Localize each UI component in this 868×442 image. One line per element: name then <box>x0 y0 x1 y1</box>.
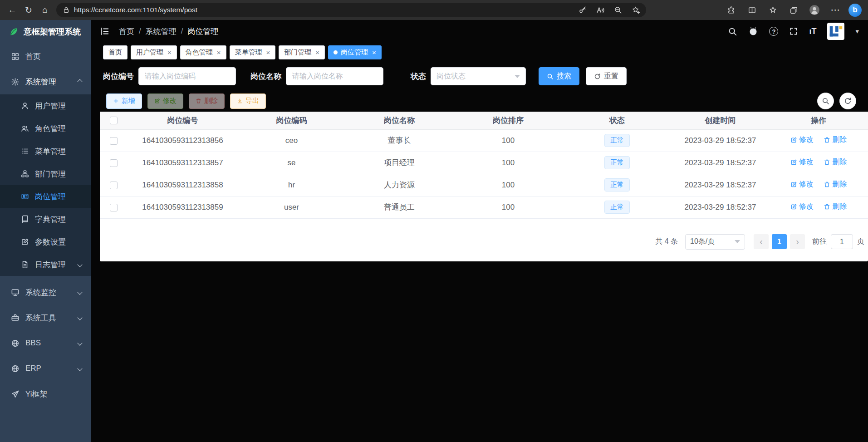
search-button[interactable]: 搜索 <box>539 67 579 85</box>
column-header-code[interactable]: 岗位编码 <box>238 112 345 129</box>
sidebar-item-yi-framework[interactable]: Yi框架 <box>0 381 91 407</box>
split-screen-icon[interactable] <box>744 2 760 18</box>
edit-link[interactable]: 修改 <box>790 202 814 211</box>
status-badge[interactable]: 正常 <box>604 156 630 169</box>
status-badge[interactable]: 正常 <box>604 178 630 192</box>
sidebar-item-erp[interactable]: ERP <box>0 356 91 381</box>
tab-menu[interactable]: 菜单管理 × <box>230 45 276 59</box>
column-header-id[interactable]: 岗位编号 <box>127 112 238 129</box>
sidebar-subitem-post[interactable]: 岗位管理 <box>0 185 91 208</box>
add-button[interactable]: 新增 <box>106 93 142 109</box>
delete-link[interactable]: 删除 <box>824 202 847 211</box>
caret-down-icon[interactable]: ▾ <box>855 27 859 35</box>
reset-button[interactable]: 重置 <box>586 67 627 85</box>
post-code-input[interactable] <box>138 67 236 85</box>
edit-link[interactable]: 修改 <box>790 180 814 189</box>
sidebar-subitem-dict[interactable]: 字典管理 <box>0 208 91 231</box>
read-aloud-icon[interactable] <box>593 4 607 16</box>
tab-user[interactable]: 用户管理 × <box>131 45 177 59</box>
sidebar-item-bbs[interactable]: BBS <box>0 330 91 356</box>
zoom-icon[interactable] <box>611 4 625 16</box>
home-button[interactable]: ⌂ <box>37 2 53 18</box>
next-page-button[interactable]: › <box>790 234 805 249</box>
github-icon[interactable] <box>748 26 758 36</box>
row-checkbox[interactable] <box>110 137 118 145</box>
row-checkbox[interactable] <box>110 204 118 211</box>
edit-link[interactable]: 修改 <box>790 135 814 145</box>
sidebar-subitem-log[interactable]: 日志管理 <box>0 253 91 276</box>
goto-page-input[interactable] <box>831 234 853 249</box>
fold-sidebar-icon[interactable] <box>100 26 110 36</box>
extensions-icon[interactable] <box>723 2 739 18</box>
edit-button[interactable]: 修改 <box>147 93 183 109</box>
delete-link[interactable]: 删除 <box>824 180 847 189</box>
page-url[interactable]: https://ccnetcore.com:1101/system/post <box>74 6 572 14</box>
search-icon[interactable] <box>728 27 737 36</box>
export-button[interactable]: 导出 <box>230 93 266 109</box>
close-icon[interactable]: × <box>266 49 270 56</box>
prev-page-button[interactable]: ‹ <box>754 234 769 249</box>
table-row[interactable]: 1641030593112313859 user 普通员工 100 正常 202… <box>100 196 868 218</box>
chevron-down-icon <box>735 240 740 243</box>
status-select[interactable]: 岗位状态 <box>431 67 526 85</box>
app-logo[interactable]: 意框架管理系统 <box>0 20 91 44</box>
delete-link[interactable]: 删除 <box>824 157 847 167</box>
status-badge[interactable]: 正常 <box>604 134 630 147</box>
user-avatar[interactable] <box>827 23 844 40</box>
favorites-icon[interactable] <box>765 2 780 18</box>
column-header-name[interactable]: 岗位名称 <box>345 112 454 129</box>
address-bar[interactable]: https://ccnetcore.com:1101/system/post <box>56 3 646 17</box>
close-icon[interactable]: × <box>217 49 221 56</box>
tab-role[interactable]: 角色管理 × <box>180 45 226 59</box>
refresh-table-button[interactable] <box>839 93 856 109</box>
sidebar-subitem-dept[interactable]: 部门管理 <box>0 162 91 185</box>
breadcrumb-item[interactable]: 首页 <box>119 26 134 37</box>
cell-post-id: 1641030593112313856 <box>127 129 238 152</box>
table-row[interactable]: 1641030593112313857 se 项目经理 100 正常 2023-… <box>100 152 868 174</box>
back-button[interactable]: ← <box>5 2 20 18</box>
fullscreen-icon[interactable] <box>789 27 798 36</box>
question-icon[interactable]: ? <box>769 27 778 36</box>
page-size-select[interactable]: 10条/页 <box>685 234 745 250</box>
tab-dept[interactable]: 部门管理 × <box>279 45 325 59</box>
sidebar-item-monitor[interactable]: 系统监控 <box>0 280 91 305</box>
bing-icon[interactable]: b <box>848 4 862 17</box>
key-icon[interactable] <box>576 4 589 16</box>
sidebar-item-home[interactable]: 首页 <box>0 44 91 69</box>
post-name-input[interactable] <box>286 67 383 85</box>
sidebar-subitem-menu[interactable]: 菜单管理 <box>0 140 91 162</box>
tab-post[interactable]: 岗位管理 × <box>328 45 382 59</box>
collections-icon[interactable] <box>786 2 801 18</box>
sidebar-item-tools[interactable]: 系统工具 <box>0 305 91 330</box>
delete-link[interactable]: 删除 <box>824 135 847 145</box>
page-1-button[interactable]: 1 <box>772 234 787 249</box>
breadcrumb-item[interactable]: 系统管理 <box>146 26 177 37</box>
edit-link[interactable]: 修改 <box>790 157 814 167</box>
status-badge[interactable]: 正常 <box>604 201 630 214</box>
sidebar-subitem-user[interactable]: 用户管理 <box>0 94 91 117</box>
profile-avatar[interactable] <box>807 2 822 18</box>
close-icon[interactable]: × <box>372 49 376 56</box>
select-all-checkbox[interactable] <box>110 117 118 124</box>
table-row[interactable]: 1641030593112313858 hr 人力资源 100 正常 2023-… <box>100 174 868 196</box>
post-code-label: 岗位编号 <box>103 71 134 82</box>
sidebar-subitem-param[interactable]: 参数设置 <box>0 231 91 253</box>
add-favorite-icon[interactable] <box>629 4 642 16</box>
delete-button[interactable]: 删除 <box>189 93 225 109</box>
font-size-icon[interactable]: ıT <box>809 27 816 36</box>
table-row[interactable]: 1641030593112313856 ceo 董事长 100 正常 2023-… <box>100 129 868 152</box>
more-icon[interactable]: ⋯ <box>828 2 843 18</box>
close-icon[interactable]: × <box>315 49 319 56</box>
sidebar-item-system[interactable]: 系统管理 <box>0 69 91 94</box>
sidebar-subitem-role[interactable]: 角色管理 <box>0 117 91 140</box>
show-search-button[interactable] <box>817 93 834 109</box>
row-checkbox[interactable] <box>110 182 118 189</box>
close-icon[interactable]: × <box>167 49 172 56</box>
column-header-sort[interactable]: 岗位排序 <box>454 112 563 129</box>
sidebar-menu: 首页 系统管理 用户管理 <box>0 44 91 407</box>
refresh-button[interactable]: ↻ <box>21 2 36 18</box>
tab-home[interactable]: 首页 <box>103 45 128 59</box>
row-checkbox[interactable] <box>110 159 118 167</box>
column-header-created[interactable]: 创建时间 <box>672 112 769 129</box>
column-header-status[interactable]: 状态 <box>563 112 672 129</box>
